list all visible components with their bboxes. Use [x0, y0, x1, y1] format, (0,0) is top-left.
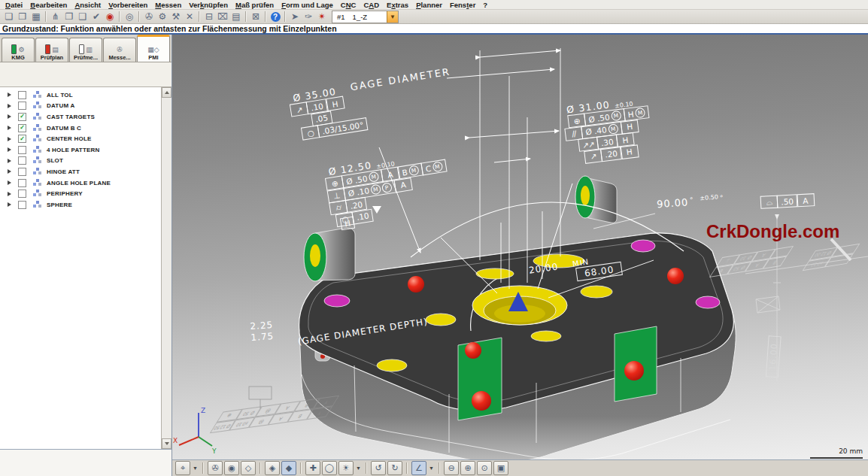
save-icon[interactable]: ▦: [29, 11, 43, 23]
stylus-rotate-1-icon[interactable]: ➤: [288, 11, 302, 23]
target-point-icon[interactable]: ◉: [103, 11, 117, 23]
checkbox[interactable]: [18, 189, 26, 198]
checkbox[interactable]: ✓: [18, 113, 26, 121]
tree-item-datum-b-c[interactable]: ✓DATUM B C: [0, 123, 161, 134]
delete-icon[interactable]: ⌧: [216, 11, 229, 23]
chevron-down-icon[interactable]: ▼: [428, 462, 435, 474]
print-icon[interactable]: ⊟: [202, 11, 216, 23]
probe-config-4-icon[interactable]: ✕: [183, 11, 196, 23]
checkbox[interactable]: [18, 156, 26, 165]
expand-arrow-icon[interactable]: [8, 180, 11, 185]
rotate-ccw-button[interactable]: ↺: [371, 461, 386, 475]
chevron-down-icon[interactable]: ▼: [387, 11, 398, 23]
tree-item-angle-hole-plane[interactable]: ANGLE HOLE PLANE: [0, 177, 161, 189]
menu-ansicht[interactable]: Ansicht: [71, 1, 105, 9]
protocol-icon[interactable]: ▤: [229, 11, 243, 23]
menu-ma-pr-fen[interactable]: Maß prüfen: [232, 1, 278, 9]
checkbox[interactable]: [18, 179, 26, 187]
rotate-cw-button[interactable]: ↻: [387, 461, 402, 475]
probe-config-2-icon[interactable]: ⚙: [156, 11, 169, 23]
orbit-view-button[interactable]: ◯: [322, 461, 337, 475]
copy-icon[interactable]: ❐: [62, 11, 76, 23]
tree-item-periphery[interactable]: PERIPHERY: [0, 188, 161, 199]
expand-arrow-icon[interactable]: [8, 192, 11, 196]
checkbox[interactable]: [18, 146, 26, 154]
menu-cad[interactable]: CAD: [360, 1, 383, 9]
axis-z-label: Z: [201, 407, 205, 414]
search-binoculars-icon[interactable]: ◎: [123, 11, 136, 23]
expand-arrow-icon[interactable]: [8, 147, 11, 152]
cube-wireframe-button[interactable]: ◇: [241, 461, 256, 475]
tree-item-sphere[interactable]: SPHERE: [0, 199, 161, 211]
zoom-in-button[interactable]: ⊕: [460, 461, 475, 475]
menu-[interactable]: ?: [479, 1, 491, 9]
chevron-down-icon[interactable]: ▼: [192, 462, 199, 474]
expand-arrow-icon[interactable]: [8, 159, 11, 163]
expand-arrow-icon[interactable]: [8, 137, 11, 141]
cube-hidden-line-button[interactable]: ◈: [265, 461, 280, 475]
expand-arrow-icon[interactable]: [8, 126, 11, 130]
zoom-window-button[interactable]: ⊙: [477, 461, 492, 475]
expand-arrow-icon[interactable]: [8, 114, 11, 119]
scroll-up-button[interactable]: [162, 87, 171, 98]
checkbox[interactable]: ✓: [18, 124, 26, 132]
menu-form-und-lage[interactable]: Form und Lage: [278, 1, 337, 9]
zoom-fit-button[interactable]: ▣: [493, 461, 508, 475]
tree-scrollbar[interactable]: [161, 87, 171, 449]
help-icon[interactable]: ?: [269, 11, 282, 23]
stylus-rotate-2-icon[interactable]: ✑: [302, 11, 315, 23]
probe-function-button[interactable]: ⌖: [175, 461, 190, 475]
new-document-icon[interactable]: ❏: [2, 11, 16, 23]
menu-planner[interactable]: Planner: [412, 1, 446, 9]
tab-pr-fplan[interactable]: ▤Prüfplan: [35, 38, 68, 62]
checkbox[interactable]: ✓: [18, 135, 26, 143]
menu-messen[interactable]: Messen: [151, 1, 185, 9]
3d-viewport-canvas[interactable]: Z X Y 20 mm: [172, 35, 868, 459]
tab-pr-fme[interactable]: ▥Prüfme...: [69, 38, 102, 62]
paste-icon[interactable]: ❑: [76, 11, 90, 23]
tree-item-hinge-att[interactable]: HINGE ATT: [0, 166, 161, 177]
pan-view-button[interactable]: ✚: [305, 461, 320, 475]
tab-messe[interactable]: ✇Messe...: [103, 38, 136, 62]
tree-item-all-tol[interactable]: ALL TOL: [0, 89, 161, 101]
tab-kmg[interactable]: ⚙KMG: [2, 38, 35, 62]
checkbox[interactable]: [18, 201, 26, 209]
menu-fenster[interactable]: Fenster: [446, 1, 479, 9]
chevron-down-icon[interactable]: ▼: [355, 462, 362, 474]
probe-config-3-icon[interactable]: ⚒: [169, 11, 183, 23]
approve-check-icon[interactable]: ✔: [90, 11, 103, 23]
lock-icon[interactable]: ⊠: [249, 11, 263, 23]
probe-points-button[interactable]: ✇: [208, 461, 223, 475]
expand-arrow-icon[interactable]: [8, 169, 11, 174]
menu-bearbeiten[interactable]: Bearbeiten: [26, 1, 71, 9]
menu-extras[interactable]: Extras: [383, 1, 412, 9]
3d-viewport[interactable]: Z X Y 20 mm GAGE DIAMETER Ø 35.00 ↗.10H.: [172, 35, 868, 459]
checkbox[interactable]: [18, 102, 26, 110]
tree-item-datum-a[interactable]: DATUM A: [0, 101, 161, 112]
expand-arrow-icon[interactable]: [8, 202, 11, 207]
tree-item-center-hole[interactable]: ✓CENTER HOLE: [0, 133, 161, 144]
stylus-rotate-3-icon[interactable]: ✴: [315, 11, 329, 23]
menu-verkn-pfen[interactable]: Verknüpfen: [185, 1, 232, 9]
probe-config-1-icon[interactable]: ✇: [142, 11, 156, 23]
probe-sphere-button[interactable]: ◉: [224, 461, 239, 475]
expand-arrow-icon[interactable]: [8, 104, 11, 108]
zoom-out-button[interactable]: ⊖: [444, 461, 459, 475]
menu-datei[interactable]: Datei: [2, 1, 26, 9]
cube-shaded-button[interactable]: ◆: [281, 461, 296, 475]
tree-item-slot[interactable]: SLOT: [0, 156, 161, 167]
stylus-change-icon[interactable]: ⋔: [49, 11, 62, 23]
menu-cnc[interactable]: CNC: [337, 1, 360, 9]
expand-arrow-icon[interactable]: [8, 92, 11, 97]
tab-pmi[interactable]: ▦◇PMI: [137, 35, 170, 62]
scroll-down-button[interactable]: [162, 438, 171, 449]
probe-position-combobox[interactable]: #11_-Z ▼: [332, 11, 399, 23]
coordinate-system-button[interactable]: ∠: [411, 461, 426, 475]
tree-item-4-hole-pattern[interactable]: 4 HOLE PATTERN: [0, 144, 161, 156]
checkbox[interactable]: [18, 91, 26, 99]
checkbox[interactable]: [18, 168, 26, 176]
open-file-icon[interactable]: ❒: [16, 11, 29, 23]
menu-vorbereiten[interactable]: Vorbereiten: [105, 1, 151, 9]
tree-item-cast-targets[interactable]: ✓CAST TARGETS: [0, 111, 161, 123]
light-button[interactable]: ☀: [338, 461, 354, 475]
